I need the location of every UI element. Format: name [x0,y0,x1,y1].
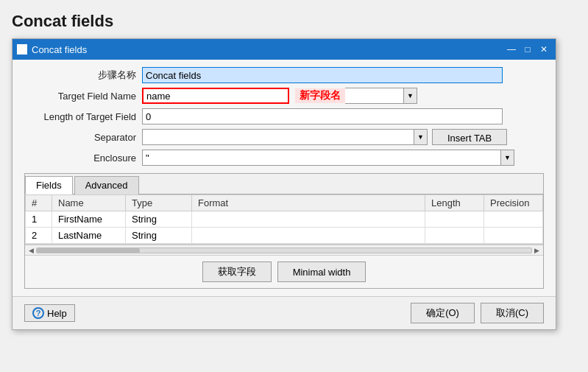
cancel-button[interactable]: 取消(C) [481,303,544,323]
target-field-wrap: 新字段名 ▼ [142,88,417,104]
insert-tab-button[interactable]: Insert TAB [432,129,507,145]
cell-type: String [126,228,192,244]
length-label: Length of Target Field [24,111,142,122]
scroll-right-arrow[interactable]: ▶ [532,247,542,254]
separator-label: Separator [24,132,142,143]
col-header-format: Format [192,195,425,211]
scroll-left-arrow[interactable]: ◀ [26,247,36,254]
dialog-icon [17,44,27,55]
minimal-width-button[interactable]: Minimal width [277,262,366,282]
col-header-length: Length [425,195,484,211]
tab-action-buttons: 获取字段 Minimal width [25,255,543,288]
cell-name: FirstName [52,211,126,228]
target-field-label: Target Field Name [24,91,142,102]
restore-button[interactable]: □ [520,42,535,57]
new-field-label: 新字段名 [295,88,345,103]
page-title: Concat fields [12,12,576,31]
dialog-titlebar: Concat fields — □ ✕ [13,39,556,60]
cell-format [192,228,425,244]
target-field-dropdown[interactable]: ▼ [404,88,417,104]
step-name-label: 步骤名称 [24,69,142,82]
help-label: Help [47,308,67,319]
separator-row: Separator ▼ Insert TAB [24,129,544,145]
tab-bar: Fields Advanced [25,174,543,194]
col-header-name: Name [52,195,126,211]
step-name-row: 步骤名称 [24,67,544,83]
tab-advanced[interactable]: Advanced [74,176,139,194]
step-name-input[interactable] [142,67,503,83]
separator-dropdown[interactable]: ▼ [414,129,428,145]
horizontal-scrollbar[interactable]: ◀ ▶ [25,245,543,255]
footer-buttons: 确定(O) 取消(C) [411,303,544,323]
col-header-num: # [26,195,52,211]
cell-precision [484,228,543,244]
dialog-footer: ? Help 确定(O) 取消(C) [13,296,556,329]
tab-fields[interactable]: Fields [25,176,73,194]
length-row: Length of Target Field [24,108,544,124]
cell-length [425,211,484,228]
target-field-row: Target Field Name 新字段名 ▼ [24,88,544,104]
tabs-area: Fields Advanced # Name Type Format Lengt… [24,173,544,289]
scroll-track[interactable] [36,248,532,253]
help-icon: ? [32,307,44,319]
ok-button[interactable]: 确定(O) [411,303,475,323]
dialog-window: Concat fields — □ ✕ 步骤名称 Target Field Na… [12,38,556,330]
fields-table-area: # Name Type Format Length Precision 1Fir… [25,194,543,245]
cell-length [425,228,484,244]
cell-type: String [126,211,192,228]
dialog-title: Concat fields [32,44,503,55]
table-row[interactable]: 1FirstNameString [26,211,543,228]
enclosure-label: Enclosure [24,152,142,164]
enclosure-input[interactable] [142,150,501,166]
enclosure-dropdown[interactable]: ▼ [501,150,514,166]
cell-num: 2 [26,228,52,244]
cell-format [192,211,425,228]
separator-wrap: ▼ Insert TAB [142,129,507,145]
cell-num: 1 [26,211,52,228]
col-header-precision: Precision [484,195,543,211]
minimize-button[interactable]: — [504,42,519,57]
dialog-body: 步骤名称 Target Field Name 新字段名 ▼ Length of … [13,60,556,296]
close-button[interactable]: ✕ [536,42,551,57]
table-row[interactable]: 2LastNameString [26,228,543,244]
length-input[interactable] [142,108,503,124]
separator-input[interactable] [142,129,414,145]
fields-table: # Name Type Format Length Precision 1Fir… [25,194,543,244]
get-fields-button[interactable]: 获取字段 [202,262,272,282]
enclosure-wrap: ▼ [142,150,514,166]
col-header-type: Type [126,195,192,211]
cell-name: LastName [52,228,126,244]
cell-precision [484,211,543,228]
scroll-thumb [37,248,140,253]
target-field-input[interactable] [142,88,289,104]
help-button[interactable]: ? Help [24,304,75,322]
enclosure-row: Enclosure ▼ [24,150,544,166]
